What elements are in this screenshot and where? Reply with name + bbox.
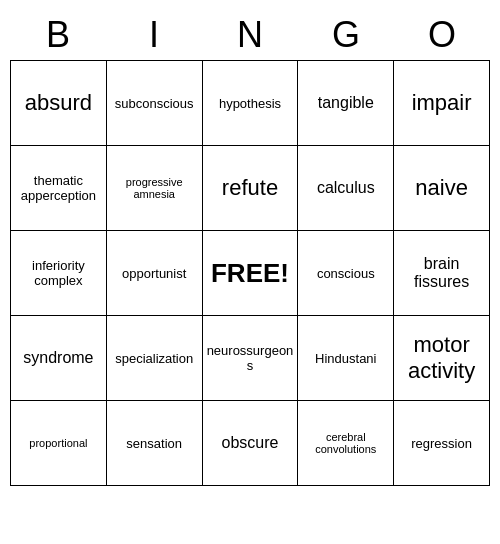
bingo-grid: absurdsubconscioushypothesistangibleimpa… xyxy=(10,60,490,486)
cell-text: inferiority complex xyxy=(14,258,103,288)
bingo-cell: naive xyxy=(394,146,490,231)
bingo-cell: cerebral convolutions xyxy=(298,401,394,486)
bingo-card: BINGO absurdsubconscioushypothesistangib… xyxy=(10,10,490,486)
bingo-cell: refute xyxy=(203,146,299,231)
cell-text: progressive amnesia xyxy=(110,176,199,200)
bingo-cell: conscious xyxy=(298,231,394,316)
bingo-cell: Hindustani xyxy=(298,316,394,401)
cell-text: conscious xyxy=(317,266,375,281)
bingo-cell: sensation xyxy=(107,401,203,486)
cell-text: proportional xyxy=(29,437,87,449)
bingo-cell: regression xyxy=(394,401,490,486)
cell-text: opportunist xyxy=(122,266,186,281)
cell-text: regression xyxy=(411,436,472,451)
header-letter: B xyxy=(10,10,106,60)
cell-text: Hindustani xyxy=(315,351,376,366)
bingo-cell: proportional xyxy=(11,401,107,486)
cell-text: hypothesis xyxy=(219,96,281,111)
cell-text: obscure xyxy=(222,434,279,452)
cell-text: brain fissures xyxy=(397,255,486,291)
cell-text: specialization xyxy=(115,351,193,366)
bingo-cell: FREE! xyxy=(203,231,299,316)
bingo-cell: thematic apperception xyxy=(11,146,107,231)
cell-text: thematic apperception xyxy=(14,173,103,203)
header-letter: I xyxy=(106,10,202,60)
header-letter: O xyxy=(394,10,490,60)
bingo-cell: obscure xyxy=(203,401,299,486)
bingo-cell: hypothesis xyxy=(203,61,299,146)
bingo-header: BINGO xyxy=(10,10,490,60)
bingo-cell: progressive amnesia xyxy=(107,146,203,231)
bingo-cell: inferiority complex xyxy=(11,231,107,316)
cell-text: FREE! xyxy=(211,258,289,289)
cell-text: tangible xyxy=(318,94,374,112)
bingo-cell: impair xyxy=(394,61,490,146)
cell-text: naive xyxy=(415,175,468,201)
cell-text: neurossurgeons xyxy=(206,343,295,373)
bingo-cell: absurd xyxy=(11,61,107,146)
cell-text: sensation xyxy=(126,436,182,451)
cell-text: calculus xyxy=(317,179,375,197)
bingo-cell: subconscious xyxy=(107,61,203,146)
bingo-cell: syndrome xyxy=(11,316,107,401)
cell-text: absurd xyxy=(25,90,92,116)
header-letter: N xyxy=(202,10,298,60)
bingo-cell: opportunist xyxy=(107,231,203,316)
bingo-cell: tangible xyxy=(298,61,394,146)
bingo-cell: brain fissures xyxy=(394,231,490,316)
bingo-cell: specialization xyxy=(107,316,203,401)
cell-text: subconscious xyxy=(115,96,194,111)
cell-text: motor activity xyxy=(397,332,486,384)
cell-text: cerebral convolutions xyxy=(301,431,390,455)
cell-text: refute xyxy=(222,175,278,201)
bingo-cell: calculus xyxy=(298,146,394,231)
bingo-cell: motor activity xyxy=(394,316,490,401)
header-letter: G xyxy=(298,10,394,60)
bingo-cell: neurossurgeons xyxy=(203,316,299,401)
cell-text: impair xyxy=(412,90,472,116)
cell-text: syndrome xyxy=(23,349,93,367)
